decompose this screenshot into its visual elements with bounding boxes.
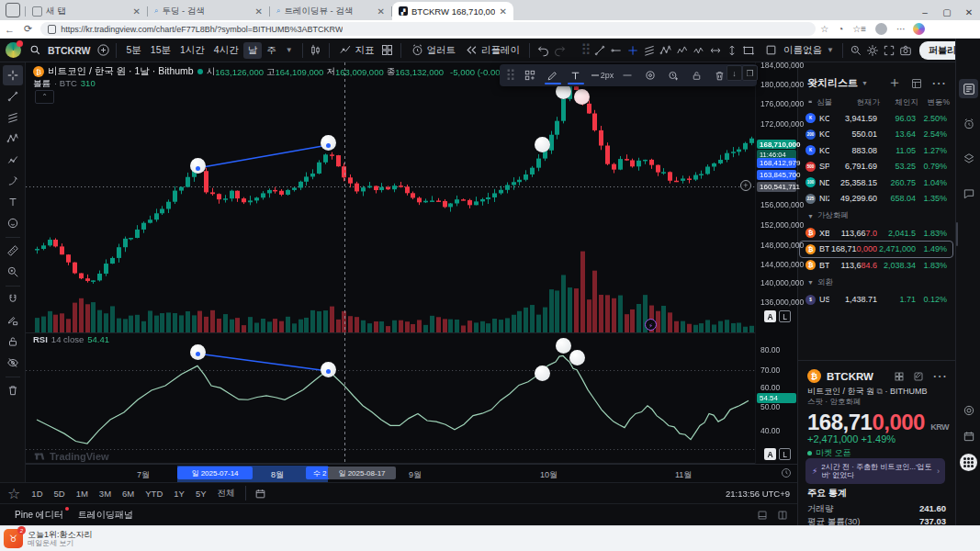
section-crypto[interactable]: ▼가상화폐 bbox=[807, 210, 849, 221]
watchlist-row-USDKRW[interactable]: $USDKRW •1,438.711.710.12% bbox=[800, 292, 952, 308]
redo-icon[interactable] bbox=[551, 42, 568, 59]
timeframe-4시간[interactable]: 4시간 bbox=[209, 42, 243, 59]
auto-scale-button[interactable]: A bbox=[764, 310, 776, 322]
browser-tab[interactable]: ⌕트레이딩뷰 - 검색✕ bbox=[270, 2, 391, 20]
layout-chevron-icon[interactable]: ▼ bbox=[827, 46, 834, 54]
price-range-icon[interactable] bbox=[724, 42, 740, 59]
browser-tab[interactable]: ⌕투딩 - 검색✕ bbox=[148, 2, 269, 20]
watchlist-icon[interactable] bbox=[959, 79, 978, 98]
watchlist-row-BTCUSD[interactable]: ₿BTCUSD •113,684.62,038.341.83% bbox=[800, 257, 952, 273]
hide-all-icon[interactable] bbox=[3, 353, 23, 373]
weather-widget[interactable]: ♉2 오늘1위:황소자리 매일운세 보기 bbox=[4, 529, 93, 548]
xabcd-icon[interactable] bbox=[3, 129, 23, 149]
horizontal-ray-icon[interactable] bbox=[608, 42, 625, 59]
tab-trading-panel[interactable]: 트레이딩패널 bbox=[78, 509, 133, 522]
range-3M[interactable]: 3M bbox=[99, 489, 111, 499]
bookmark-star-icon[interactable]: ☆ bbox=[820, 24, 828, 34]
quick-search-icon[interactable] bbox=[848, 42, 864, 59]
layout-name[interactable]: 이름없음 bbox=[779, 42, 827, 59]
elliott-123-icon[interactable] bbox=[674, 42, 691, 59]
tab-close-icon[interactable]: ✕ bbox=[377, 6, 385, 17]
chart-canvas[interactable] bbox=[26, 62, 755, 464]
zoom-in-icon[interactable] bbox=[3, 262, 23, 282]
trendline-handle[interactable] bbox=[196, 166, 200, 171]
elliott-abc-icon[interactable] bbox=[691, 42, 707, 59]
section-forex[interactable]: ▼외환 bbox=[807, 277, 833, 288]
tab-close-icon[interactable]: ✕ bbox=[133, 6, 141, 17]
favorites-star-icon[interactable]: ☆ bbox=[7, 485, 20, 502]
range-5Y[interactable]: 5Y bbox=[196, 489, 207, 499]
template-icon[interactable] bbox=[519, 66, 541, 84]
date-range-icon[interactable] bbox=[707, 42, 724, 59]
rsi-legend[interactable]: RSI 14 close 54.41 bbox=[33, 334, 109, 344]
range-1Y[interactable]: 1Y bbox=[174, 489, 185, 499]
brush-icon[interactable] bbox=[3, 171, 23, 191]
timeframe-주[interactable]: 주 bbox=[262, 42, 281, 59]
url-field[interactable]: https://kr.tradingview.com/chart/eF77L8B… bbox=[40, 22, 816, 36]
layers-icon[interactable] bbox=[959, 149, 978, 168]
chart-clock[interactable]: 21:13:56 UTC+9 bbox=[726, 489, 790, 499]
rectangle-icon[interactable] bbox=[740, 42, 757, 59]
crosshair-icon[interactable] bbox=[3, 65, 23, 85]
symbol-search-button[interactable]: BTCKRW bbox=[43, 43, 95, 58]
sticker-marker[interactable] bbox=[535, 137, 550, 152]
timeframe-chevron-icon[interactable]: ▼ bbox=[281, 44, 298, 56]
compare-add-icon[interactable] bbox=[95, 42, 111, 59]
refresh-icon[interactable]: ⟳ bbox=[24, 23, 32, 35]
legend-collapse-button[interactable]: ⌃ bbox=[35, 90, 54, 104]
watchlist-menu-icon[interactable]: ⋯ bbox=[931, 74, 946, 92]
lock-all-icon[interactable] bbox=[3, 332, 23, 352]
line-width-icon[interactable]: 2px bbox=[588, 66, 616, 84]
browser-tab[interactable]: ▞BTCKRW 168,710,000 ▲ +1.49%✕ bbox=[392, 2, 513, 20]
watchlist-row-KOSD..[interactable]: KKOSD.. •883.0811.051.27% bbox=[800, 142, 952, 158]
profile-avatar[interactable] bbox=[875, 23, 887, 35]
range-1D[interactable]: 1D bbox=[31, 489, 42, 499]
watchlist-row-BTCKRW[interactable]: ₿BTCKRW •168,710,0002,471,0001.49% bbox=[800, 242, 952, 257]
time-axis[interactable]: 7월8월9월10월11월 일 2025-07-14수 2일 2025-08-17 bbox=[26, 464, 797, 482]
timeframe-날[interactable]: 날 bbox=[243, 42, 263, 59]
grid-view-icon[interactable] bbox=[911, 78, 922, 89]
parallel-channel-icon[interactable] bbox=[641, 42, 658, 59]
expand-panel-icon[interactable] bbox=[777, 510, 788, 521]
watchlist-row-XBTUSD[interactable]: ₿XBTUSD •113,667.02,041.51.83% bbox=[800, 225, 952, 241]
tab-close-icon[interactable]: ✕ bbox=[255, 6, 263, 17]
range-YTD[interactable]: YTD bbox=[145, 489, 163, 499]
undo-icon[interactable] bbox=[535, 42, 551, 59]
forecast-icon[interactable] bbox=[3, 150, 23, 170]
price-scale[interactable]: 184,000,000180,000,000176,000,000172,000… bbox=[755, 62, 797, 464]
watchlist-row-NDX[interactable]: 100NDX •25,358.15260.751.04% bbox=[800, 174, 952, 190]
back-icon[interactable]: ← bbox=[5, 24, 15, 35]
sticker-marker[interactable] bbox=[535, 365, 550, 381]
browser-menu-icon[interactable]: ⋯ bbox=[896, 24, 906, 34]
ideas-icon[interactable] bbox=[959, 400, 978, 420]
news-card[interactable]: ⚡ 2시간 전 · 주춤한 비트코인...'업토버' 없었다 › bbox=[805, 458, 945, 484]
add-alert-plus-icon[interactable]: + bbox=[740, 180, 751, 191]
detail-menu-icon[interactable]: ⋯ bbox=[932, 367, 947, 385]
trendline-handle[interactable] bbox=[196, 352, 200, 356]
toolbar-drag-handle[interactable]: ⠿ bbox=[503, 66, 518, 84]
fullscreen-icon[interactable] bbox=[881, 42, 897, 59]
symbol-legend[interactable]: ₿ 비트코인 / 한국 원 · 1날 · Bithumb 시163,126,00… bbox=[33, 65, 513, 78]
drawing-lock-icon[interactable] bbox=[3, 310, 23, 331]
indicators-button[interactable]: 지표 bbox=[334, 41, 379, 59]
tab-close-icon[interactable]: ✕ bbox=[500, 6, 507, 17]
sticker-marker[interactable] bbox=[569, 350, 585, 365]
user-avatar[interactable] bbox=[6, 42, 21, 58]
scrollbar-thumb[interactable] bbox=[956, 222, 958, 246]
emoji-icon[interactable] bbox=[3, 213, 23, 233]
line-extend-icon[interactable] bbox=[639, 66, 661, 84]
replay-button[interactable]: 리플레이 bbox=[460, 41, 524, 59]
sticker-marker[interactable] bbox=[556, 338, 571, 354]
cross-icon[interactable] bbox=[625, 42, 641, 59]
fav-tools-drag-handle[interactable]: ⠿ bbox=[580, 41, 591, 59]
text-color-icon[interactable] bbox=[565, 66, 587, 84]
workspace-icon[interactable] bbox=[6, 3, 20, 17]
log-scale-button[interactable]: L bbox=[779, 310, 791, 322]
pencil-color-icon[interactable] bbox=[542, 66, 564, 84]
magnet-icon[interactable] bbox=[3, 289, 23, 309]
volume-legend[interactable]: 볼륨 · BTC 310 bbox=[33, 78, 96, 90]
news-event-icon[interactable]: ⚡ bbox=[645, 319, 657, 331]
chat-icon[interactable] bbox=[959, 184, 978, 203]
go-to-date-icon[interactable] bbox=[254, 488, 266, 500]
extensions-icon[interactable]: ◔ bbox=[838, 24, 843, 34]
